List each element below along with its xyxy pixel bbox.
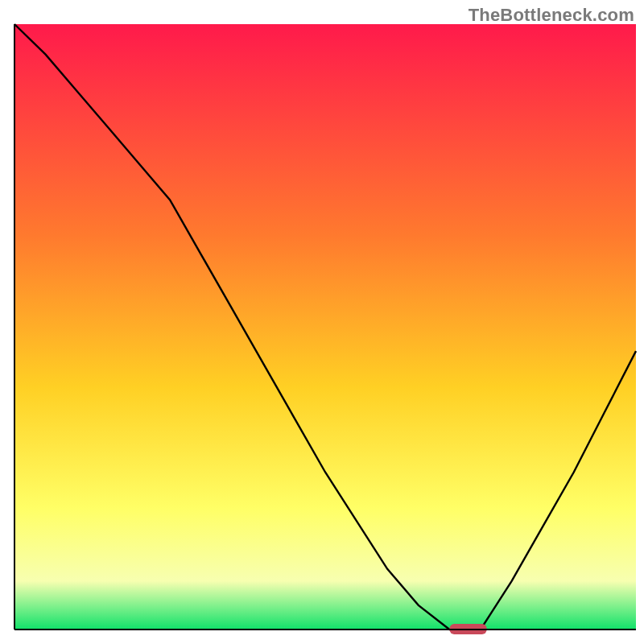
plot-background bbox=[14, 24, 636, 630]
chart-svg bbox=[0, 0, 644, 644]
bottleneck-chart: TheBottleneck.com bbox=[0, 0, 644, 644]
watermark-text: TheBottleneck.com bbox=[469, 5, 634, 26]
